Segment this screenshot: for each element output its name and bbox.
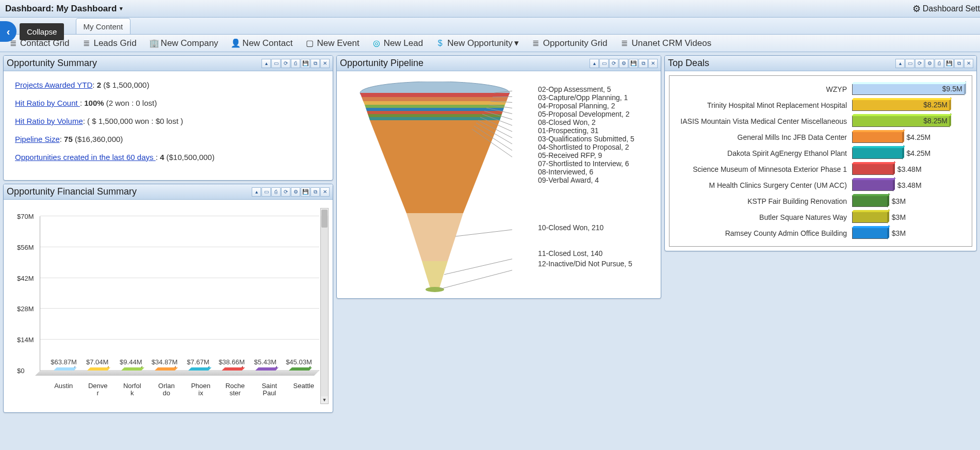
scroll-down-icon[interactable]: ▼ (321, 396, 328, 404)
summary-link[interactable]: Hit Ratio by Count (15, 99, 80, 107)
header-bar: Dashboard: My Dashboard ▾ ⚙ Dashboard Se… (0, 0, 980, 18)
top-deal-row[interactable]: Science Museum of Minnesota Exterior Pha… (677, 161, 965, 177)
summary-pipeline-size: Pipeline Size: 75 ($16,360,000) (15, 135, 321, 143)
top-deal-bar[interactable] (852, 148, 903, 159)
save-icon[interactable]: 💾 (301, 59, 310, 68)
close-icon[interactable]: ✕ (648, 59, 658, 68)
summary-link[interactable]: Opportunities created in the last 60 day… (15, 153, 156, 162)
toolbar-label: Opportunity Grid (543, 38, 608, 49)
top-deal-row[interactable]: KSTP Fair Building Renovation$3M (677, 193, 965, 209)
toolbar-leads-grid[interactable]: ≣Leads Grid (77, 36, 140, 51)
top-deal-bar[interactable] (852, 132, 903, 143)
x-label: SaintPaul (254, 382, 285, 397)
save-icon[interactable]: 💾 (944, 59, 954, 68)
top-deal-row[interactable]: General Mills Inc JFB Data Center$4.25M (677, 129, 965, 145)
widget-tools: ▴ ▭ ⟳ ⎙ 💾 ⧉ ✕ (262, 59, 330, 68)
toolbar-unanet-crm-videos[interactable]: ≣Unanet CRM Videos (616, 36, 716, 51)
popout-icon[interactable]: ⧉ (311, 59, 320, 68)
refresh-icon[interactable]: ⟳ (281, 59, 290, 68)
y-tick: $0 (17, 367, 24, 375)
top-deal-value: $3.48M (897, 181, 922, 189)
bar-value-label: $63.87M (51, 358, 77, 366)
top-deal-row[interactable]: Trinity Hospital Minot Replacement Hospi… (677, 97, 965, 113)
collapse-icon[interactable]: ▴ (590, 59, 599, 68)
funnel-stage-label: 03-Qualifications Submitted, 5 (538, 135, 634, 143)
top-deal-row[interactable]: M Health Clinics Surgery Center (UM ACC)… (677, 177, 965, 193)
chart-scrollbar[interactable]: ▲ ▼ (320, 208, 329, 404)
minimize-icon[interactable]: ▭ (905, 59, 914, 68)
gear-icon[interactable]: ⚙ (291, 187, 300, 197)
top-deal-bar[interactable] (852, 212, 888, 223)
building-icon: 🏢 (149, 38, 158, 48)
summary-link[interactable]: Pipeline Size (15, 135, 60, 143)
top-deal-row[interactable]: WZYP$9.5M (677, 81, 965, 97)
collapse-control[interactable]: ‹ Collapse (0, 21, 64, 42)
funnel-stage-label: 04-Proposal Planning, 2 (538, 102, 615, 110)
close-icon[interactable]: ✕ (320, 59, 330, 68)
top-deal-row[interactable]: Ramsey County Admin Office Building$3M (677, 225, 965, 241)
collapse-icon[interactable]: ▴ (262, 59, 271, 68)
top-deal-value: $3.48M (897, 165, 922, 173)
widget-header: Opportunity Summary ▴ ▭ ⟳ ⎙ 💾 ⧉ ✕ (4, 56, 333, 71)
funnel-stage-label: 05-Received RFP, 9 (538, 152, 602, 159)
widget-tools: ▴ ▭ ⎙ ⟳ ⚙ 💾 ⧉ ✕ (252, 187, 330, 197)
refresh-icon[interactable]: ⟳ (281, 187, 290, 197)
print-icon[interactable]: ⎙ (271, 187, 281, 197)
toolbar-label: New Event (317, 38, 359, 49)
gear-icon[interactable]: ⚙ (619, 59, 628, 68)
minimize-icon[interactable]: ▭ (262, 187, 271, 197)
widget-header: Top Deals ▴ ▭ ⟳ ⚙ ⎙ 💾 ⧉ ✕ (665, 56, 976, 71)
save-icon[interactable]: 💾 (301, 187, 310, 197)
top-deal-value: $3M (892, 197, 906, 205)
funnel-stage-label: 09-Verbal Award, 4 (538, 176, 599, 184)
scroll-thumb[interactable] (321, 210, 328, 228)
popout-icon[interactable]: ⧉ (954, 59, 963, 68)
toolbar-new-company[interactable]: 🏢New Company (145, 36, 223, 51)
summary-hit-ratio-volume: Hit Ratio by Volume: ( $ 1,500,000 won :… (15, 117, 321, 125)
top-deal-bar[interactable] (852, 180, 893, 191)
close-icon[interactable]: ✕ (320, 187, 330, 197)
funnel-stage-label: 07-Shortlisted to Interview, 6 (538, 160, 629, 168)
dashboard-title-dropdown[interactable]: Dashboard: My Dashboard ▾ (5, 4, 123, 14)
close-icon[interactable]: ✕ (964, 59, 973, 68)
refresh-icon[interactable]: ⟳ (915, 59, 924, 68)
caret-down-icon: ▾ (514, 38, 519, 49)
toolbar-new-lead[interactable]: ◎New Lead (368, 36, 428, 51)
minimize-icon[interactable]: ▭ (271, 59, 281, 68)
top-deal-bar[interactable] (852, 196, 888, 207)
top-deal-bar[interactable] (852, 164, 893, 175)
funnel-stage-label: 01-Prospecting, 31 (538, 127, 599, 135)
dashboard-settings-button[interactable]: ⚙ Dashboard Sett (912, 3, 980, 14)
top-deal-row[interactable]: Dakota Spirit AgEnergy Ethanol Plant$4.2… (677, 145, 965, 161)
funnel-stage-label: 12-Inactive/Did Not Pursue, 5 (538, 260, 632, 268)
save-icon[interactable]: 💾 (629, 59, 638, 68)
bar-value-label: $9.44M (120, 358, 142, 366)
top-deal-row[interactable]: IASIS Mountain Vista Medical Center Misc… (677, 113, 965, 129)
top-deal-label: Trinity Hospital Minot Replacement Hospi… (677, 101, 852, 109)
toolbar-new-contact[interactable]: 👤New Contact (226, 36, 297, 51)
minimize-icon[interactable]: ▭ (599, 59, 609, 68)
toolbar-opportunity-grid[interactable]: ≣Opportunity Grid (527, 36, 612, 51)
refresh-icon[interactable]: ⟳ (609, 59, 618, 68)
summary-link[interactable]: Hit Ratio by Volume (15, 117, 83, 125)
top-deal-bar[interactable] (852, 228, 888, 239)
popout-icon[interactable]: ⧉ (311, 187, 320, 197)
gear-icon[interactable]: ⚙ (925, 59, 934, 68)
toolbar-new-opportunity[interactable]: $New Opportunity▾ (431, 36, 523, 51)
print-icon[interactable]: ⎙ (291, 59, 300, 68)
collapse-icon[interactable]: ▴ (252, 187, 261, 197)
popout-icon[interactable]: ⧉ (639, 59, 648, 68)
toolbar-new-event[interactable]: ▢New Event (301, 36, 363, 51)
summary-link[interactable]: Projects Awarded YTD (15, 81, 92, 89)
x-label: Orlando (151, 382, 183, 397)
tab-my-content[interactable]: My Content (76, 18, 131, 34)
dollar-icon: $ (435, 39, 445, 48)
collapse-icon[interactable]: ▴ (895, 59, 905, 68)
print-icon[interactable]: ⎙ (935, 59, 944, 68)
toolbar-label: New Company (161, 38, 219, 49)
target-icon: ◎ (372, 38, 381, 48)
svg-point-1 (426, 287, 444, 292)
bar-value-label: $38.66M (219, 358, 245, 366)
top-deal-row[interactable]: Butler Square Natures Way$3M (677, 209, 965, 225)
top-deal-label: General Mills Inc JFB Data Center (677, 133, 852, 141)
